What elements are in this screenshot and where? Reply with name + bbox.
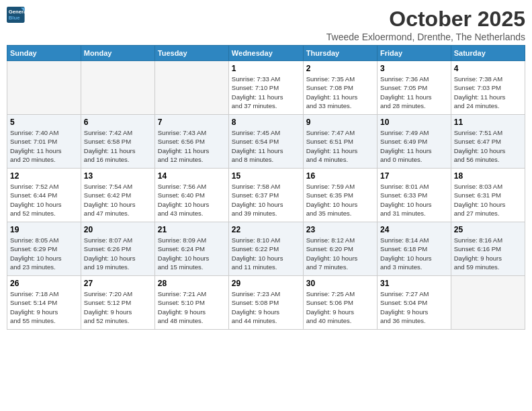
day-number: 8: [232, 118, 300, 127]
day-number: 19: [10, 225, 78, 234]
header: General Blue October 2025 Tweede Exloerm…: [7, 7, 525, 42]
calendar-cell: 17Sunrise: 8:01 AM Sunset: 6:33 PM Dayli…: [378, 169, 451, 222]
col-wednesday: Wednesday: [228, 46, 303, 61]
col-thursday: Thursday: [303, 46, 377, 61]
calendar-cell: 5Sunrise: 7:40 AM Sunset: 7:01 PM Daylig…: [7, 115, 81, 169]
day-info: Sunrise: 7:38 AM Sunset: 7:03 PM Dayligh…: [454, 75, 522, 110]
day-number: 25: [454, 225, 522, 234]
day-info: Sunrise: 7:51 AM Sunset: 6:47 PM Dayligh…: [454, 128, 522, 164]
day-number: 26: [10, 279, 78, 288]
calendar-cell: 15Sunrise: 7:58 AM Sunset: 6:37 PM Dayli…: [228, 169, 303, 222]
day-info: Sunrise: 7:59 AM Sunset: 6:35 PM Dayligh…: [306, 182, 374, 218]
col-sunday: Sunday: [7, 46, 81, 61]
calendar-cell: 9Sunrise: 7:47 AM Sunset: 6:51 PM Daylig…: [303, 115, 377, 169]
calendar-week-5: 26Sunrise: 7:18 AM Sunset: 5:14 PM Dayli…: [7, 276, 525, 330]
calendar-cell: 23Sunrise: 8:12 AM Sunset: 6:20 PM Dayli…: [303, 222, 377, 276]
month-title: October 2025: [326, 7, 525, 32]
day-number: 3: [380, 64, 448, 73]
logo-icon: General Blue: [7, 7, 26, 23]
calendar-week-3: 12Sunrise: 7:52 AM Sunset: 6:44 PM Dayli…: [7, 169, 525, 222]
day-number: 18: [454, 171, 522, 181]
calendar-cell: 1Sunrise: 7:33 AM Sunset: 7:10 PM Daylig…: [228, 61, 303, 115]
day-info: Sunrise: 8:01 AM Sunset: 6:33 PM Dayligh…: [380, 182, 448, 218]
calendar-cell: 18Sunrise: 8:03 AM Sunset: 6:31 PM Dayli…: [451, 169, 525, 222]
calendar-table: Sunday Monday Tuesday Wednesday Thursday…: [7, 45, 525, 330]
calendar-cell: 30Sunrise: 7:25 AM Sunset: 5:06 PM Dayli…: [303, 276, 377, 330]
day-info: Sunrise: 7:40 AM Sunset: 7:01 PM Dayligh…: [10, 128, 78, 164]
col-friday: Friday: [378, 46, 451, 61]
day-info: Sunrise: 8:14 AM Sunset: 6:18 PM Dayligh…: [380, 236, 448, 271]
calendar-cell: 13Sunrise: 7:54 AM Sunset: 6:42 PM Dayli…: [81, 169, 154, 222]
day-info: Sunrise: 7:45 AM Sunset: 6:54 PM Dayligh…: [232, 128, 300, 164]
calendar-cell: 12Sunrise: 7:52 AM Sunset: 6:44 PM Dayli…: [7, 169, 81, 222]
subtitle: Tweede Exloermond, Drenthe, The Netherla…: [326, 32, 525, 42]
day-number: 11: [454, 118, 522, 127]
day-number: 27: [84, 279, 152, 288]
col-saturday: Saturday: [451, 46, 525, 61]
day-info: Sunrise: 7:42 AM Sunset: 6:58 PM Dayligh…: [84, 128, 152, 164]
calendar-cell: 7Sunrise: 7:43 AM Sunset: 6:56 PM Daylig…: [154, 115, 228, 169]
day-number: 20: [84, 225, 152, 234]
day-number: 23: [306, 225, 374, 234]
day-info: Sunrise: 7:18 AM Sunset: 5:14 PM Dayligh…: [10, 289, 78, 325]
day-number: 30: [306, 279, 374, 288]
calendar-cell: 8Sunrise: 7:45 AM Sunset: 6:54 PM Daylig…: [228, 115, 303, 169]
calendar-cell: 16Sunrise: 7:59 AM Sunset: 6:35 PM Dayli…: [303, 169, 377, 222]
day-info: Sunrise: 7:20 AM Sunset: 5:12 PM Dayligh…: [84, 289, 152, 325]
calendar-week-1: 1Sunrise: 7:33 AM Sunset: 7:10 PM Daylig…: [7, 61, 525, 115]
day-number: 12: [10, 171, 78, 181]
day-info: Sunrise: 8:12 AM Sunset: 6:20 PM Dayligh…: [306, 236, 374, 271]
day-number: 15: [232, 171, 300, 181]
calendar-cell: 4Sunrise: 7:38 AM Sunset: 7:03 PM Daylig…: [451, 61, 525, 115]
calendar-cell: 26Sunrise: 7:18 AM Sunset: 5:14 PM Dayli…: [7, 276, 81, 330]
calendar-cell: 28Sunrise: 7:21 AM Sunset: 5:10 PM Dayli…: [154, 276, 228, 330]
calendar-header-row: Sunday Monday Tuesday Wednesday Thursday…: [7, 46, 525, 61]
day-number: 29: [232, 279, 300, 288]
day-number: 2: [306, 64, 374, 73]
day-number: 17: [380, 171, 448, 181]
calendar-cell: 11Sunrise: 7:51 AM Sunset: 6:47 PM Dayli…: [451, 115, 525, 169]
calendar-cell: 29Sunrise: 7:23 AM Sunset: 5:08 PM Dayli…: [228, 276, 303, 330]
day-number: 9: [306, 118, 374, 127]
calendar-week-4: 19Sunrise: 8:05 AM Sunset: 6:29 PM Dayli…: [7, 222, 525, 276]
calendar-cell: 14Sunrise: 7:56 AM Sunset: 6:40 PM Dayli…: [154, 169, 228, 222]
day-info: Sunrise: 8:10 AM Sunset: 6:22 PM Dayligh…: [232, 236, 300, 271]
day-info: Sunrise: 8:09 AM Sunset: 6:24 PM Dayligh…: [158, 236, 226, 271]
day-info: Sunrise: 7:54 AM Sunset: 6:42 PM Dayligh…: [84, 182, 152, 218]
calendar-cell: [81, 61, 154, 115]
day-info: Sunrise: 7:33 AM Sunset: 7:10 PM Dayligh…: [232, 75, 300, 110]
day-info: Sunrise: 7:25 AM Sunset: 5:06 PM Dayligh…: [306, 289, 374, 325]
day-info: Sunrise: 8:05 AM Sunset: 6:29 PM Dayligh…: [10, 236, 78, 271]
day-number: 1: [232, 64, 300, 73]
calendar-cell: 2Sunrise: 7:35 AM Sunset: 7:08 PM Daylig…: [303, 61, 377, 115]
day-info: Sunrise: 7:56 AM Sunset: 6:40 PM Dayligh…: [158, 182, 226, 218]
calendar-cell: 24Sunrise: 8:14 AM Sunset: 6:18 PM Dayli…: [378, 222, 451, 276]
day-number: 22: [232, 225, 300, 234]
calendar-cell: 3Sunrise: 7:36 AM Sunset: 7:05 PM Daylig…: [378, 61, 451, 115]
day-info: Sunrise: 7:58 AM Sunset: 6:37 PM Dayligh…: [232, 182, 300, 218]
calendar-cell: 25Sunrise: 8:16 AM Sunset: 6:16 PM Dayli…: [451, 222, 525, 276]
day-info: Sunrise: 7:23 AM Sunset: 5:08 PM Dayligh…: [232, 289, 300, 325]
calendar-cell: 22Sunrise: 8:10 AM Sunset: 6:22 PM Dayli…: [228, 222, 303, 276]
day-number: 16: [306, 171, 374, 181]
day-number: 4: [454, 64, 522, 73]
day-number: 28: [158, 279, 226, 288]
day-info: Sunrise: 7:35 AM Sunset: 7:08 PM Dayligh…: [306, 75, 374, 110]
day-info: Sunrise: 8:16 AM Sunset: 6:16 PM Dayligh…: [454, 236, 522, 271]
title-block: October 2025 Tweede Exloermond, Drenthe,…: [326, 7, 525, 42]
day-info: Sunrise: 7:36 AM Sunset: 7:05 PM Dayligh…: [380, 75, 448, 110]
calendar-cell: 21Sunrise: 8:09 AM Sunset: 6:24 PM Dayli…: [154, 222, 228, 276]
calendar-cell: [154, 61, 228, 115]
day-number: 14: [158, 171, 226, 181]
day-info: Sunrise: 7:27 AM Sunset: 5:04 PM Dayligh…: [380, 289, 448, 325]
col-monday: Monday: [81, 46, 154, 61]
calendar-cell: [451, 276, 525, 330]
calendar-cell: [7, 61, 81, 115]
calendar-cell: 20Sunrise: 8:07 AM Sunset: 6:26 PM Dayli…: [81, 222, 154, 276]
day-info: Sunrise: 8:07 AM Sunset: 6:26 PM Dayligh…: [84, 236, 152, 271]
day-info: Sunrise: 7:47 AM Sunset: 6:51 PM Dayligh…: [306, 128, 374, 164]
day-number: 13: [84, 171, 152, 181]
day-number: 10: [380, 118, 448, 127]
logo: General Blue: [7, 7, 26, 23]
calendar-cell: 31Sunrise: 7:27 AM Sunset: 5:04 PM Dayli…: [378, 276, 451, 330]
